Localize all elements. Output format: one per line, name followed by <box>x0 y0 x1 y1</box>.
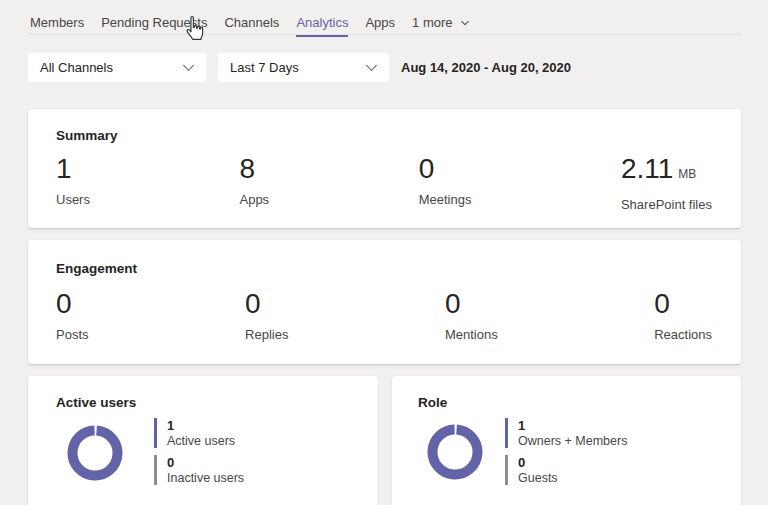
legend-label-guests: Guests <box>518 471 558 485</box>
tab-more-menu[interactable]: 1 more <box>412 15 470 30</box>
chevron-down-icon <box>459 17 471 29</box>
channel-filter-value: All Channels <box>40 60 113 75</box>
legend-value-guests: 0 <box>518 455 558 470</box>
stat-reactions-value: 0 <box>654 288 712 320</box>
legend-label-active: Active users <box>167 434 235 448</box>
stat-users-label: Users <box>56 192 90 207</box>
stat-mentions: 0 Mentions <box>445 288 498 342</box>
chevron-down-icon <box>364 60 379 75</box>
legend-swatch-active <box>154 418 157 448</box>
active-users-donut-chart <box>67 425 123 481</box>
legend-item-owners-members: 1 Owners + Members <box>505 418 627 448</box>
chevron-down-icon <box>181 60 196 75</box>
tab-channels[interactable]: Channels <box>224 15 279 30</box>
stat-replies-value: 0 <box>245 288 288 320</box>
stat-meetings-value: 0 <box>419 153 472 185</box>
stat-reactions: 0 Reactions <box>654 288 712 342</box>
stat-apps: 8 Apps <box>239 153 269 212</box>
mouse-cursor-hand <box>182 16 206 42</box>
legend-value-inactive: 0 <box>167 455 244 470</box>
engagement-stats: 0 Posts 0 Replies 0 Mentions 0 Reactions <box>56 288 712 342</box>
legend-item-inactive-users: 0 Inactive users <box>154 455 244 485</box>
legend-swatch-owners <box>505 418 508 448</box>
legend-item-active-users: 1 Active users <box>154 418 244 448</box>
role-title: Role <box>418 395 447 410</box>
role-card: Role 1 Owners + Members 0 Guests <box>392 376 741 505</box>
stat-mentions-label: Mentions <box>445 327 498 342</box>
stat-apps-label: Apps <box>239 192 269 207</box>
stat-sharepoint-number: 2.11 <box>621 153 673 184</box>
engagement-title: Engagement <box>56 261 137 276</box>
stat-users-value: 1 <box>56 153 90 185</box>
stat-replies-label: Replies <box>245 327 288 342</box>
summary-stats: 1 Users 8 Apps 0 Meetings 2.11MB SharePo… <box>56 153 712 212</box>
stat-posts: 0 Posts <box>56 288 89 342</box>
active-users-card: Active users 1 Active users 0 Inactive u… <box>28 376 378 505</box>
legend-swatch-guests <box>505 455 508 485</box>
active-users-legend: 1 Active users 0 Inactive users <box>154 418 244 485</box>
stat-posts-value: 0 <box>56 288 89 320</box>
stat-meetings: 0 Meetings <box>419 153 472 212</box>
more-label: 1 more <box>412 15 452 30</box>
channel-tabs: Members Pending Requests Channels Analyt… <box>30 15 471 30</box>
role-donut-chart <box>427 424 483 480</box>
time-range-value: Last 7 Days <box>230 60 299 75</box>
time-range-dropdown[interactable]: Last 7 Days <box>218 53 389 82</box>
date-range-label: Aug 14, 2020 - Aug 20, 2020 <box>401 53 571 82</box>
engagement-card: Engagement 0 Posts 0 Replies 0 Mentions … <box>28 240 741 364</box>
role-legend: 1 Owners + Members 0 Guests <box>505 418 627 485</box>
legend-value-owners: 1 <box>518 418 627 433</box>
legend-item-guests: 0 Guests <box>505 455 627 485</box>
summary-card: Summary 1 Users 8 Apps 0 Meetings 2.11MB… <box>28 109 741 228</box>
stat-replies: 0 Replies <box>245 288 288 342</box>
legend-label-inactive: Inactive users <box>167 471 244 485</box>
stat-posts-label: Posts <box>56 327 89 342</box>
tabbar-divider <box>28 34 741 35</box>
tab-analytics[interactable]: Analytics <box>296 15 348 30</box>
summary-title: Summary <box>56 128 118 143</box>
legend-label-owners: Owners + Members <box>518 434 627 448</box>
tab-members[interactable]: Members <box>30 15 84 30</box>
active-users-title: Active users <box>56 395 136 410</box>
legend-value-active: 1 <box>167 418 235 433</box>
stat-mentions-value: 0 <box>445 288 498 320</box>
stat-sharepoint-files: 2.11MB SharePoint files <box>621 153 712 212</box>
stat-sharepoint-unit: MB <box>678 167 696 181</box>
stat-meetings-label: Meetings <box>419 192 472 207</box>
stat-sharepoint-value: 2.11MB <box>621 153 712 190</box>
tab-apps[interactable]: Apps <box>365 15 395 30</box>
channel-filter-dropdown[interactable]: All Channels <box>28 53 206 82</box>
stat-users: 1 Users <box>56 153 90 212</box>
stat-reactions-label: Reactions <box>654 327 712 342</box>
stat-apps-value: 8 <box>239 153 269 185</box>
legend-swatch-inactive <box>154 455 157 485</box>
stat-sharepoint-label: SharePoint files <box>621 197 712 212</box>
